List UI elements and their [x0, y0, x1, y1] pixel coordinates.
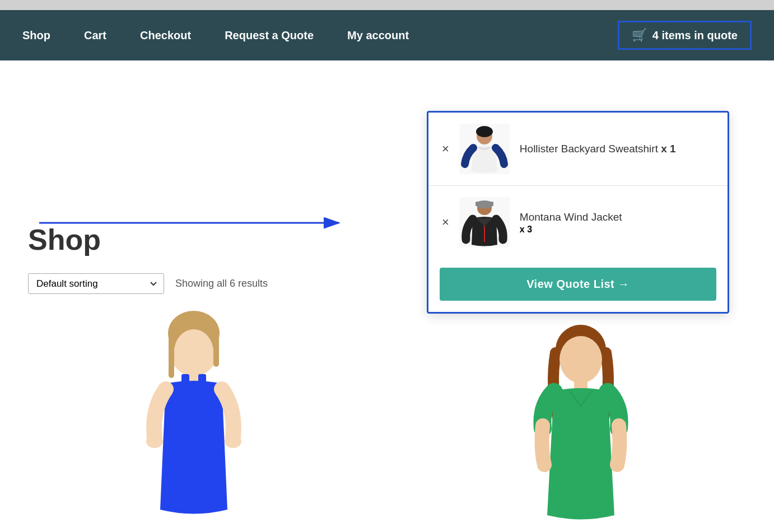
product-right [387, 286, 774, 532]
nav-cart[interactable]: Cart [84, 29, 106, 42]
item-2-thumbnail [459, 197, 510, 248]
quote-item-2: × [428, 186, 728, 259]
nav-checkout[interactable]: Checkout [140, 29, 191, 42]
item-2-info: Montana Wind Jacket x 3 [520, 210, 714, 235]
product-grid [0, 286, 774, 532]
item-1-thumbnail [459, 124, 510, 174]
svg-rect-9 [198, 374, 206, 388]
cart-icon: 🛒 [632, 28, 647, 43]
svg-rect-21 [475, 202, 493, 206]
remove-item-1-button[interactable]: × [442, 143, 449, 155]
nav-my-account[interactable]: My account [347, 29, 409, 42]
svg-rect-5 [213, 333, 219, 367]
main-nav: Shop Cart Checkout Request a Quote My ac… [0, 10, 774, 60]
product-image-green-shirt [508, 319, 654, 532]
quote-item-1: × [428, 113, 728, 186]
nav-shop[interactable]: Shop [22, 29, 50, 42]
svg-point-11 [225, 435, 241, 448]
nav-request-quote[interactable]: Request a Quote [225, 29, 314, 42]
item-1-qty: x 1 [661, 143, 675, 155]
quote-count-label: 4 items in quote [652, 29, 738, 42]
nav-quote-button[interactable]: 🛒 4 items in quote [618, 21, 752, 50]
item-1-info: Hollister Backyard Sweatshirt x 1 [520, 142, 714, 157]
item-2-qty: x 3 [520, 225, 714, 235]
svg-rect-8 [181, 374, 189, 388]
item-2-name: Montana Wind Jacket [520, 210, 714, 225]
svg-point-6 [174, 329, 213, 374]
product-left [0, 286, 387, 532]
remove-item-2-button[interactable]: × [442, 216, 449, 228]
product-image-blue-tank [115, 308, 272, 532]
view-quote-list-button[interactable]: View Quote List [440, 268, 716, 301]
top-bar [0, 0, 774, 10]
svg-point-17 [476, 126, 493, 137]
main-content: Shop Default sorting Sort by popularity … [0, 60, 774, 532]
quote-dropdown: × [427, 111, 729, 314]
svg-point-10 [146, 435, 163, 448]
item-1-name: Hollister Backyard Sweatshirt x 1 [520, 142, 714, 157]
svg-rect-4 [169, 333, 174, 378]
svg-point-13 [559, 336, 602, 383]
